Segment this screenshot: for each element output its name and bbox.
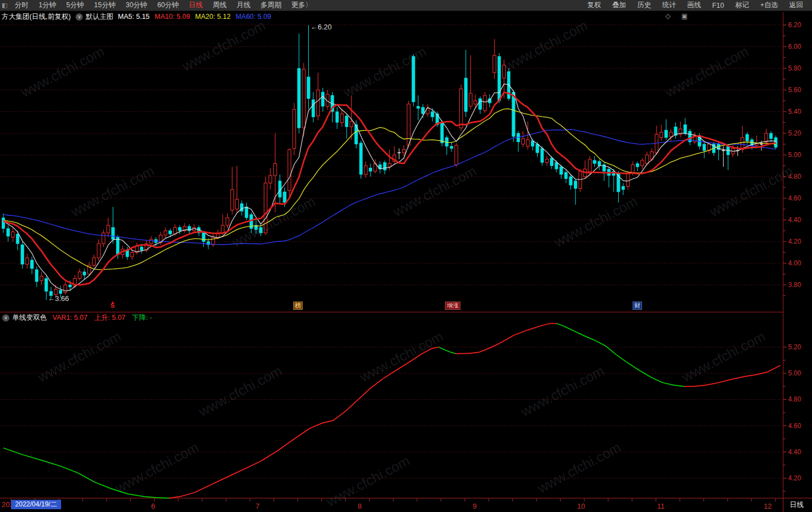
ma5-legend: MA5: 5.15 [118,13,149,21]
menu-item-period-2[interactable]: 5分钟 [61,1,89,10]
svg-text:5.80: 5.80 [788,64,801,72]
ma60-legend: MA60: 5.09 [235,13,271,21]
menu-item-period-4[interactable]: 30分钟 [121,1,152,10]
main-chart-style-label[interactable]: 默认主图 [86,12,113,22]
collapse-icon[interactable]: ∨ [2,314,9,322]
selected-date-box[interactable]: 2022/04/19/二 [11,500,61,509]
period-label[interactable]: 日线 [790,500,804,510]
svg-text:6.20: 6.20 [788,21,801,29]
ma10-legend: MA10: 5.09 [154,13,190,21]
svg-text:3.80: 3.80 [788,281,801,289]
menu-item-period-6[interactable]: 日线 [184,1,208,10]
panel-corner-icons[interactable]: ◇ ▣ [665,12,692,20]
svg-text:4.20: 4.20 [788,238,801,245]
price-axis: 6.206.005.805.605.405.205.004.804.604.40… [783,21,801,491]
menu-item-period-3[interactable]: 15分钟 [89,1,121,10]
indicator-up-value: 上升: 5.07 [94,313,126,323]
indicator-var1-value: VAR1: 5.07 [53,314,88,322]
svg-text:5.60: 5.60 [788,86,801,94]
menu-item-tool-6[interactable]: 标记 [730,1,755,10]
svg-text:6.00: 6.00 [788,43,801,51]
high-price-annotation: ←6.20 [310,23,332,31]
svg-text:5.20: 5.20 [788,129,801,137]
event-badge-3[interactable]: 财 [633,302,642,310]
sub-panel-header: ∨ 单线变双色 VAR1: 5.07 上升: 5.07 下降: - [0,313,778,322]
event-badge-2[interactable]: 增涨 [445,302,460,310]
tools-menu: 复权叠加历史统计画线F10标记+自选返回 [582,1,812,10]
menu-item-period-0[interactable]: 分时 [9,1,33,10]
menu-item-tool-5[interactable]: F10 [706,2,730,9]
menu-item-period-10[interactable]: 更多〉 [287,1,318,10]
svg-text:4.60: 4.60 [788,194,801,202]
svg-text:5.40: 5.40 [788,108,801,116]
indicator-down-value: 下降: - [132,313,152,323]
chevron-down-icon[interactable]: ∨ [76,13,83,21]
stock-title: 方大集团(日线,前复权) [0,12,73,22]
menu-item-period-7[interactable]: 周线 [208,1,232,10]
top-menubar: ◧ 分时1分钟5分钟15分钟30分钟60分钟日线周线月线多周期更多〉 复权叠加历… [0,0,812,11]
svg-text:4.60: 4.60 [788,422,801,430]
svg-text:5.20: 5.20 [788,343,801,351]
menu-item-period-1[interactable]: 1分钟 [33,1,61,10]
stock-chart-app: { "menubar": { "window_icon": "◧", "left… [0,0,812,512]
menu-item-period-9[interactable]: 多周期 [255,1,287,10]
svg-text:4.80: 4.80 [788,395,801,403]
event-badge-1[interactable]: 榜 [293,302,303,310]
titlebar: 方大集团(日线,前复权) ∨ 默认主图 MA5: 5.15 MA10: 5.09… [0,12,812,22]
low-price-annotation: ←3.66 [48,294,69,303]
menu-item-tool-3[interactable]: 统计 [656,1,681,10]
svg-text:5.00: 5.00 [788,151,801,159]
menu-item-tool-2[interactable]: 历史 [631,1,656,10]
menu-item-tool-7[interactable]: +自选 [755,1,784,10]
menu-item-tool-1[interactable]: 叠加 [607,1,631,10]
menu-item-tool-4[interactable]: 画线 [681,1,706,10]
svg-text:4.40: 4.40 [788,448,801,456]
ma20-legend: MA20: 5.12 [195,13,230,21]
menu-item-tool-8[interactable]: 返回 [784,1,809,10]
indicator-name[interactable]: 单线变双色 [12,313,47,323]
window-icon[interactable]: ◧ [0,2,9,9]
menu-item-period-5[interactable]: 60分钟 [152,1,184,10]
period-menu: 分时1分钟5分钟15分钟30分钟60分钟日线周线月线多周期更多〉 [9,1,317,10]
date-axis: 202 2022/04/19/二 日线 [0,499,812,512]
svg-text:4.20: 4.20 [788,474,801,482]
svg-text:4.40: 4.40 [788,216,801,224]
signal-marker[interactable]: ▲S [111,300,114,307]
svg-text:5.00: 5.00 [788,369,801,377]
svg-text:4.00: 4.00 [788,259,801,267]
menu-item-period-8[interactable]: 月线 [232,1,255,10]
menu-item-tool-0[interactable]: 复权 [582,1,607,10]
